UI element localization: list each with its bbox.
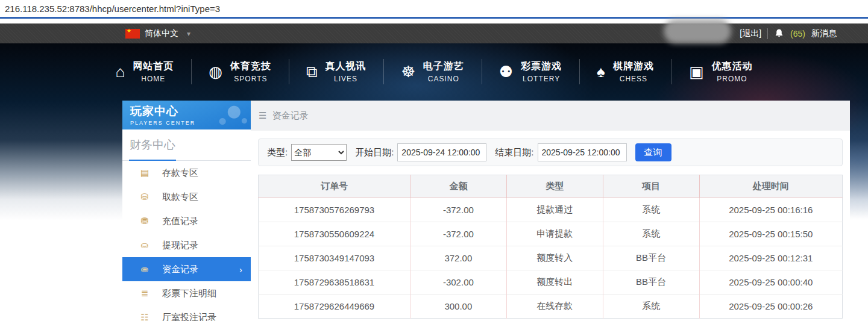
cell-type: 额度转入	[506, 246, 603, 270]
cell-type: 在线存款	[506, 295, 603, 319]
end-date-label: 结束日期:	[495, 147, 533, 158]
nav-label-zh: 网站首页	[133, 60, 174, 73]
sidebar-item-lottery-bet-details[interactable]: ≣ 彩票下注明细	[122, 281, 251, 305]
chevron-down-icon: ▾	[187, 30, 190, 38]
cell-project: BB平台	[603, 246, 699, 270]
table-header-row: 订单号 金额 类型 项目 处理时间	[259, 175, 843, 198]
search-button[interactable]: 查询	[635, 143, 671, 161]
sidebar-item-label: 彩票下注明细	[162, 288, 216, 299]
table-row: 1758730550609224 -372.00 申请提款 系统 2025-09…	[259, 222, 843, 246]
nav-item-lives[interactable]: ⧉ 真人视讯LIVES	[289, 54, 384, 90]
sidebar-item-label: 存款专区	[162, 167, 198, 179]
nav-label-en: LOTTERY	[523, 75, 560, 83]
gift-icon: ▣	[689, 64, 704, 79]
cell-order-no: 1758730550609224	[259, 222, 410, 246]
cell-project: 系统	[603, 295, 699, 319]
page-url: 216.118.235.52:8783/hhcp/usercenter.html…	[5, 4, 220, 14]
sidebar-item-withdrawal-records[interactable]: ⛀ 提现记录	[122, 233, 251, 257]
cell-amount: 372.00	[410, 246, 506, 270]
main-nav: ⌂ 网站首页HOME ◍ 体育竞技SPORTS ⧉ 真人视讯LIVES ☸ 电子…	[0, 43, 868, 99]
cell-order-no: 1758730576269793	[259, 198, 410, 222]
window-accent-line	[0, 17, 868, 19]
hand-money-icon: ⛁	[139, 192, 150, 202]
sidebar-item-deposit-zone[interactable]: ▤ 存款专区	[122, 161, 251, 185]
sidebar-item-label: 充值记录	[162, 216, 198, 227]
cell-type: 额度转出	[506, 270, 603, 295]
home-icon: ⌂	[116, 64, 125, 79]
cell-project: 系统	[603, 198, 699, 222]
sidebar-item-withdraw-zone[interactable]: ⛁ 取款专区	[122, 185, 251, 209]
bell-icon[interactable]	[774, 28, 784, 39]
sidebar-item-label: 提现记录	[162, 240, 198, 251]
cell-amount: -302.00	[410, 270, 506, 295]
table-row: 1758729638518631 -302.00 额度转出 BB平台 2025-…	[259, 270, 843, 295]
cell-order-no: 1758729638518631	[259, 270, 410, 295]
nav-item-sports[interactable]: ◍ 体育竞技SPORTS	[191, 54, 289, 90]
sidebar-subtitle: PLAYERS CENTER	[130, 120, 251, 126]
spade-icon: ♠	[597, 64, 605, 79]
cell-project: BB平台	[603, 270, 699, 295]
nav-label-zh: 体育竞技	[230, 60, 271, 73]
end-date-input[interactable]	[538, 143, 627, 161]
sidebar-item-label: 取款专区	[162, 192, 198, 203]
nav-item-lottery[interactable]: ⚉ 彩票游戏LOTTERY	[482, 54, 579, 90]
nav-label-en: LIVES	[334, 75, 357, 83]
cell-process-time: 2025-09-25 00:16:16	[699, 198, 842, 222]
col-header-order-no: 订单号	[259, 175, 410, 198]
nav-item-casino[interactable]: ☸ 电子游艺CASINO	[383, 54, 481, 90]
type-label: 类型:	[267, 147, 288, 158]
messages-link[interactable]: 新消息	[811, 28, 837, 39]
sidebar-item-label: 厅室投注记录	[162, 312, 216, 321]
nav-label-en: CHESS	[620, 75, 647, 83]
nav-item-chess[interactable]: ♠ 棋牌游戏CHESS	[579, 54, 671, 90]
col-header-project: 项目	[603, 175, 699, 198]
roulette-icon: ☸	[401, 64, 415, 79]
start-date-input[interactable]	[397, 143, 486, 161]
cell-amount: -372.00	[410, 198, 506, 222]
chevron-right-icon: ›	[239, 264, 242, 275]
table-row: 1758729626449669 300.00 在线存款 系统 2025-09-…	[259, 295, 843, 319]
nav-item-promo[interactable]: ▣ 优惠活动PROMO	[671, 54, 770, 90]
bank-card-icon: ▤	[139, 167, 150, 178]
username-redacted-blur	[664, 19, 731, 43]
sidebar-header: 玩家中心 PLAYERS CENTER	[122, 101, 251, 129]
page-title: 资金记录	[272, 110, 308, 122]
language-label: 简体中文	[145, 28, 178, 39]
language-selector[interactable]: ★ 简体中文 ▾	[125, 28, 190, 39]
start-date-label: 开始日期:	[355, 147, 394, 158]
sidebar-item-room-bet-records[interactable]: ☷ 厅室投注记录	[122, 305, 251, 321]
nav-label-zh: 棋牌游戏	[613, 60, 654, 73]
lottery-balls-icon: ⚉	[499, 64, 513, 79]
type-select[interactable]: 全部	[291, 144, 347, 161]
cell-project: 系统	[603, 222, 699, 246]
cell-process-time: 2025-09-25 00:15:50	[699, 222, 842, 246]
col-header-type: 类型	[506, 175, 603, 198]
nav-label-zh: 真人视讯	[325, 60, 366, 73]
cell-process-time: 2025-09-25 00:00:40	[699, 270, 842, 295]
main-content: ☰ 资金记录 类型: 全部 开始日期: 结束日期: 查询 订单号 金额 类型 项…	[251, 101, 850, 321]
money-bag-icon: ⛃	[139, 216, 150, 226]
china-flag-icon: ★	[125, 29, 140, 39]
hamburger-menu-icon[interactable]: ☰	[259, 110, 266, 121]
player-center-sidebar: 玩家中心 PLAYERS CENTER 财务中心 ▤ 存款专区 ⛁ 取款专区 ⛃…	[122, 101, 251, 321]
sidebar-item-recharge-records[interactable]: ⛃ 充值记录	[122, 209, 251, 233]
browser-address-bar[interactable]: 216.118.235.52:8783/hhcp/usercenter.html…	[0, 0, 868, 17]
playing-cards-icon: ⧉	[306, 64, 318, 79]
sidebar-item-funds-records[interactable]: ⛂ 资金记录 ›	[122, 257, 251, 281]
document-icon: ≣	[139, 288, 150, 299]
message-count[interactable]: (65)	[790, 29, 805, 39]
cell-process-time: 2025-09-25 00:00:26	[699, 295, 842, 319]
nav-item-home[interactable]: ⌂ 网站首页HOME	[98, 54, 192, 90]
list-icon: ☷	[139, 312, 150, 321]
breadcrumb: ☰ 资金记录	[251, 101, 850, 131]
nav-label-en: HOME	[141, 75, 165, 83]
sidebar-menu: ▤ 存款专区 ⛁ 取款专区 ⛃ 充值记录 ⛀ 提现记录 ⛂ 资金记录 › ≣ 彩…	[122, 161, 251, 321]
cell-process-time: 2025-09-25 00:12:31	[699, 246, 842, 270]
nav-label-en: PROMO	[717, 75, 747, 83]
logout-button[interactable]: [退出]	[740, 28, 761, 39]
col-header-amount: 金额	[410, 175, 506, 198]
sidebar-section-finance: 财务中心	[122, 129, 251, 161]
col-header-process-time: 处理时间	[699, 175, 842, 198]
nav-label-en: SPORTS	[234, 75, 267, 83]
wallet-icon: ⛀	[139, 240, 150, 251]
